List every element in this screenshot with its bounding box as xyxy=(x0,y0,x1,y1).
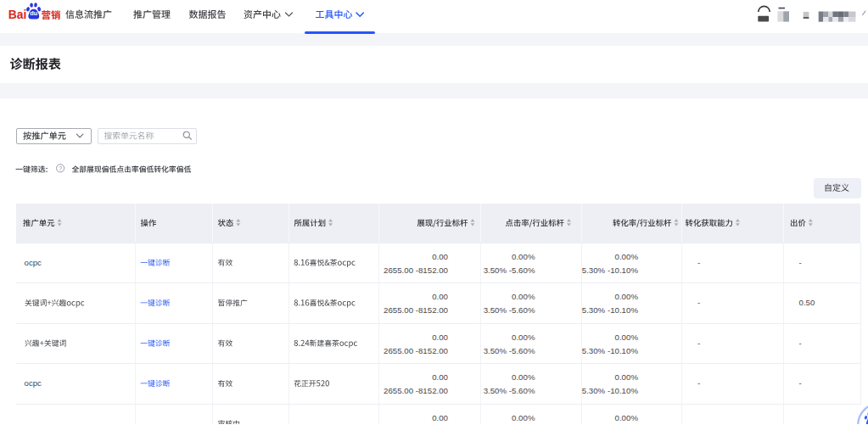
svg-text:3.50% -5.60%: 3.50% -5.60% xyxy=(484,266,535,275)
svg-text:5.30% -10.10%: 5.30% -10.10% xyxy=(582,266,639,275)
svg-text:0.00%: 0.00% xyxy=(512,252,535,261)
svg-text:ocpc: ocpc xyxy=(25,258,42,267)
svg-text:0.00: 0.00 xyxy=(432,333,448,342)
svg-text:du: du xyxy=(30,9,38,17)
svg-text:3.50% -5.60%: 3.50% -5.60% xyxy=(484,386,535,395)
svg-text:0.00: 0.00 xyxy=(432,372,448,382)
svg-text:0.00%: 0.00% xyxy=(615,252,639,261)
svg-text:2655.00 -8152.00: 2655.00 -8152.00 xyxy=(384,386,449,395)
svg-text:3.50% -5.60%: 3.50% -5.60% xyxy=(484,346,535,355)
svg-text:5.30% -10.10%: 5.30% -10.10% xyxy=(582,305,639,315)
svg-text:2655.00 -8152.00: 2655.00 -8152.00 xyxy=(384,305,449,315)
svg-text:0.00%: 0.00% xyxy=(512,372,535,382)
svg-text:0.00: 0.00 xyxy=(432,252,448,261)
svg-text:0.00%: 0.00% xyxy=(512,292,535,301)
svg-text:0.00%: 0.00% xyxy=(615,372,639,382)
svg-text:0.00%: 0.00% xyxy=(615,413,639,422)
svg-text:-: - xyxy=(799,338,802,348)
svg-text:0.00%: 0.00% xyxy=(512,333,535,342)
svg-text:?: ? xyxy=(59,165,62,171)
svg-text:-: - xyxy=(799,258,802,267)
svg-text:2655.00 -8152.00: 2655.00 -8152.00 xyxy=(384,346,449,355)
svg-text:0.50: 0.50 xyxy=(799,298,815,307)
svg-text:-: - xyxy=(799,378,802,388)
svg-text:0.00%: 0.00% xyxy=(615,333,639,342)
svg-text:0.00%: 0.00% xyxy=(615,292,639,301)
svg-text:-: - xyxy=(697,298,700,307)
svg-text:Bai: Bai xyxy=(8,8,26,21)
svg-text:-: - xyxy=(697,338,700,348)
svg-text:0.00: 0.00 xyxy=(432,413,448,422)
svg-text:0.00%: 0.00% xyxy=(512,413,535,422)
svg-text:-: - xyxy=(697,258,700,267)
svg-text:ocpc: ocpc xyxy=(25,378,42,388)
svg-text:5.30% -10.10%: 5.30% -10.10% xyxy=(582,386,639,395)
svg-text:5.30% -10.10%: 5.30% -10.10% xyxy=(582,346,639,355)
svg-text:0.00: 0.00 xyxy=(432,292,448,301)
svg-text:-: - xyxy=(697,378,700,388)
svg-text:2655.00 -8152.00: 2655.00 -8152.00 xyxy=(384,266,449,275)
svg-text:3.50% -5.60%: 3.50% -5.60% xyxy=(484,305,535,315)
